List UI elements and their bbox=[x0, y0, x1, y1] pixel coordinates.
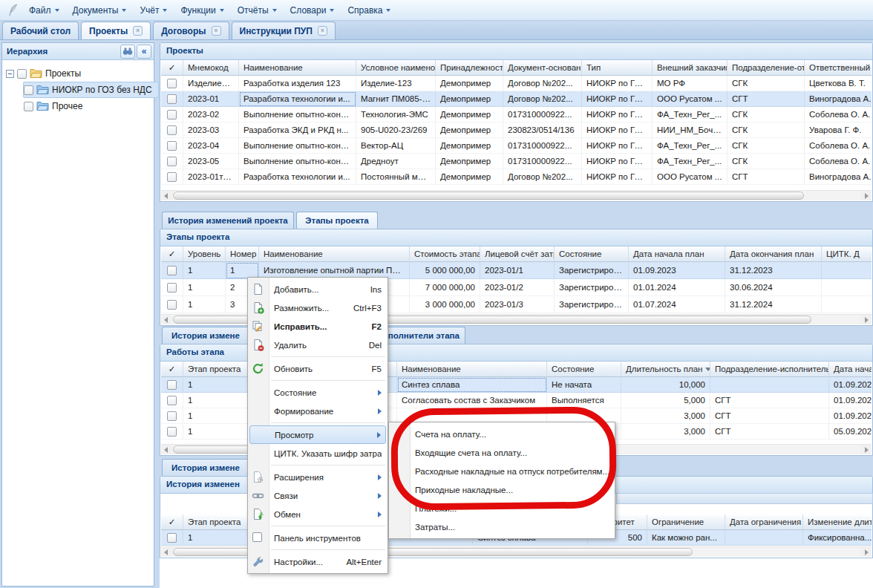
grid-header-cell[interactable]: Наименование bbox=[239, 60, 356, 76]
grid-header-cell[interactable]: Состояние bbox=[555, 246, 629, 262]
grid-cell[interactable]: Разработка технологии и... bbox=[239, 169, 356, 185]
grid-cell[interactable]: Синтез сплава bbox=[397, 377, 547, 393]
row-checkbox[interactable] bbox=[167, 411, 177, 421]
grid-cell[interactable]: 10,000 bbox=[621, 377, 710, 393]
grid-header-cell[interactable]: Принадлежность bbox=[436, 60, 503, 76]
scrollbar-thumb[interactable] bbox=[173, 192, 804, 200]
grid-header-cell[interactable]: Дата ограничения bbox=[725, 514, 803, 530]
grid-cell[interactable]: Виноградова А... bbox=[805, 91, 872, 107]
horizontal-scrollbar[interactable] bbox=[161, 190, 872, 200]
grid-cell[interactable]: Соболева О. А. bbox=[805, 138, 872, 154]
grid-cell[interactable]: Демопример bbox=[436, 107, 503, 122]
grid-cell[interactable]: Договор №202... bbox=[503, 91, 582, 107]
submenu-item[interactable]: Затраты... bbox=[389, 517, 615, 536]
grid-cell[interactable]: 2023-01 bbox=[183, 91, 239, 107]
grid-cell[interactable]: 5 000 000,00 bbox=[410, 262, 480, 279]
grid-cell[interactable]: Не начата bbox=[547, 377, 621, 393]
row-checkbox[interactable] bbox=[167, 427, 177, 437]
grid-cell[interactable] bbox=[725, 530, 803, 546]
menu-item[interactable]: Обмен bbox=[248, 505, 388, 523]
close-icon[interactable]: × bbox=[133, 26, 143, 36]
grid-cell[interactable]: 01.01.2024 bbox=[629, 279, 725, 296]
grid-cell[interactable]: Виноградова А... bbox=[805, 169, 872, 185]
grid-cell[interactable]: 05.09.2023 bbox=[829, 424, 872, 440]
grid-cell[interactable]: 3,000 bbox=[621, 408, 710, 424]
grid-cell[interactable]: 017310000922... bbox=[503, 138, 582, 154]
grid-header-cell[interactable]: Уровень bbox=[183, 246, 226, 262]
grid-cell[interactable]: 1 bbox=[183, 530, 254, 546]
grid-header-cell[interactable]: Состояние bbox=[547, 362, 621, 377]
grid-cell[interactable] bbox=[822, 279, 872, 296]
grid-header-cell[interactable]: Дата начал bbox=[829, 362, 872, 377]
grid-cell[interactable]: Выполнение опытно-конс... bbox=[239, 154, 356, 169]
grid-cell[interactable]: ФА_Техн_Рег_... bbox=[653, 138, 728, 154]
grid-cell[interactable] bbox=[161, 107, 183, 122]
grid-cell[interactable]: Зарегистрирован bbox=[555, 262, 629, 279]
grid-cell[interactable] bbox=[161, 76, 183, 91]
grid-cell[interactable]: Зарегистрирован bbox=[555, 296, 629, 313]
grid-cell[interactable] bbox=[161, 262, 183, 279]
grid-cell[interactable]: Постоянный маг... bbox=[356, 169, 436, 185]
tree-checkbox[interactable] bbox=[24, 102, 33, 111]
row-checkbox[interactable] bbox=[167, 172, 177, 182]
grid-cell[interactable]: ФА_Техн_Рег_... bbox=[653, 154, 728, 169]
menu-item[interactable]: ОбновитьF5 bbox=[248, 359, 388, 378]
grid-cell[interactable]: Уварова Г. Ф. bbox=[805, 122, 872, 138]
grid-cell[interactable]: 905-U020-23/269 bbox=[356, 122, 436, 138]
row-checkbox[interactable] bbox=[167, 283, 177, 293]
grid-cell[interactable]: СГК bbox=[728, 107, 805, 122]
grid-cell[interactable] bbox=[161, 154, 183, 169]
grid-header-cell[interactable]: Ответственный bbox=[805, 60, 872, 76]
table-row[interactable]: 2023-02Выполнение опытно-конс...Технолог… bbox=[161, 107, 872, 122]
grid-header-cell[interactable]: Длительность план bbox=[621, 362, 710, 377]
grid-cell[interactable]: Зарегистрирован bbox=[555, 279, 629, 296]
menu-item[interactable]: Расширения bbox=[248, 468, 388, 486]
grid-cell[interactable]: ООО Русатом ... bbox=[653, 91, 728, 107]
table-row[interactable]: 2023-03Разработка ЭКД и РКД н...905-U020… bbox=[161, 122, 872, 138]
grid-cell[interactable] bbox=[161, 279, 183, 296]
grid-header-cell[interactable]: ✓ bbox=[161, 246, 183, 262]
grid-cell[interactable]: 31.12.2023 bbox=[725, 262, 822, 279]
grid-cell[interactable]: 3,000 bbox=[621, 424, 710, 440]
grid-cell[interactable] bbox=[161, 169, 183, 185]
menu-dictionaries[interactable]: Словари bbox=[284, 2, 341, 19]
row-checkbox[interactable] bbox=[167, 300, 177, 310]
grid-cell[interactable]: Демопример bbox=[436, 154, 503, 169]
grid-cell[interactable]: НИОКР по ГОЗ ... bbox=[582, 122, 653, 138]
grid-cell[interactable] bbox=[822, 296, 872, 313]
menu-item[interactable]: Размножить...Ctrl+F3 bbox=[248, 298, 388, 317]
table-row[interactable]: 2023-04Выполнение опытно-конс...Вектор-А… bbox=[161, 138, 872, 154]
menu-item[interactable]: Состояние bbox=[248, 383, 388, 402]
menu-item[interactable]: Исправить...F2 bbox=[248, 317, 388, 336]
grid-cell[interactable]: 2023-01тест bbox=[183, 169, 239, 185]
grid-cell[interactable]: Демопример bbox=[436, 91, 503, 107]
menu-item[interactable]: Настройки...Alt+Enter bbox=[248, 552, 388, 571]
close-icon[interactable]: × bbox=[212, 26, 221, 36]
grid-cell[interactable]: 1 bbox=[183, 393, 254, 408]
grid-cell[interactable]: НИОКР по ГОЗ ... bbox=[582, 169, 653, 185]
table-row[interactable]: 2023-05Выполнение опытно-конс...Дредноут… bbox=[161, 154, 872, 169]
grid-cell[interactable]: Демопример bbox=[436, 76, 503, 91]
scroll-left-icon[interactable] bbox=[161, 315, 172, 324]
scroll-left-icon[interactable] bbox=[161, 191, 172, 200]
grid-cell[interactable]: 2023-03 bbox=[183, 122, 239, 138]
scroll-right-icon[interactable] bbox=[860, 547, 872, 557]
tab-instructions[interactable]: Инструкции ПУП× bbox=[232, 22, 336, 39]
tree-item-projects[interactable]: Проекты bbox=[5, 65, 88, 82]
row-checkbox[interactable] bbox=[167, 266, 177, 275]
grid-cell[interactable]: Договор №202... bbox=[503, 169, 582, 185]
scroll-right-icon[interactable] bbox=[860, 445, 872, 454]
grid-cell[interactable] bbox=[161, 408, 183, 424]
tab-project-stages[interactable]: Этапы проекта bbox=[296, 212, 378, 229]
grid-cell[interactable]: Соболева О. А. bbox=[805, 107, 872, 122]
scroll-right-icon[interactable] bbox=[860, 315, 872, 324]
tab-project-history[interactable]: История изменений проекта bbox=[162, 212, 294, 229]
grid-cell[interactable]: Договор №202... bbox=[503, 76, 582, 91]
menu-functions[interactable]: Функции bbox=[174, 2, 230, 19]
grid-cell[interactable]: 1 bbox=[183, 262, 226, 279]
row-checkbox[interactable] bbox=[167, 141, 177, 151]
grid-cell[interactable]: 01.09.2023 bbox=[629, 262, 725, 279]
grid-header-cell[interactable]: Ограничение bbox=[647, 514, 725, 530]
grid-cell[interactable] bbox=[161, 530, 183, 546]
grid-cell[interactable]: Выполнение опытно-конс... bbox=[239, 107, 356, 122]
